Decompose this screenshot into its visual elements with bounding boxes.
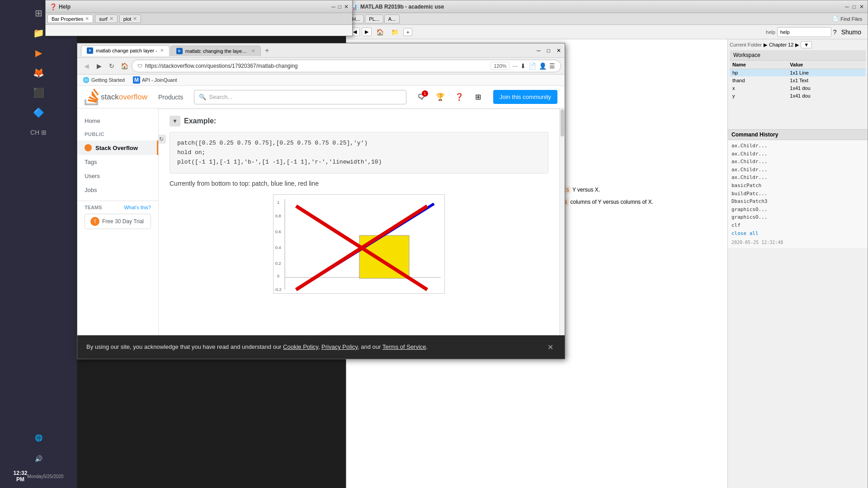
matlab-add-btn[interactable]: + [403,28,412,36]
ws-row-hp[interactable]: hp 1x1 Line [730,69,866,77]
so-nav-icon [85,144,92,151]
browser-tab-1[interactable]: b matlab change patch layer - ✕ [81,45,170,56]
help-tab-bar-props[interactable]: Bar Properties ✕ [47,14,93,23]
ws-row-x[interactable]: x 1x41 dou [730,84,866,92]
inbox-btn[interactable]: 🗨 1 [414,89,429,105]
scrollbar-thumb[interactable] [561,109,564,136]
help-tab-surf[interactable]: surf ✕ [95,14,117,23]
cmd-hist-close: close all [731,230,864,238]
matlab-taskbar-icon[interactable]: ▶ [27,43,50,62]
matlab-tab-a[interactable]: A... [384,14,400,23]
whats-this-link[interactable]: What's this? [124,205,151,210]
matlab-minimize[interactable]: ─ [845,4,849,10]
code-block: patch([0.25 0.25 0.75 0.75],[0.25 0.75 0… [170,132,548,174]
search-icon: 🔍 [199,94,206,100]
help-maximize[interactable]: □ [338,4,341,10]
terms-link[interactable]: Terms of Service [382,343,426,350]
example-header: ▼ Example: [170,116,548,127]
browser-window: b matlab change patch layer - ✕ b matlab… [77,43,565,359]
sidebar-jobs[interactable]: Jobs [77,183,158,197]
matlab-folder-btn[interactable]: 📁 [388,28,401,37]
matlab-titlebar: 📊 MATLAB R2019b - academic use ─ □ ✕ [346,0,868,13]
matlab-help-icon[interactable]: ? [833,28,837,36]
help-tab-plot[interactable]: plot ✕ [119,14,142,23]
sidebar-stack-overflow[interactable]: Stack Overflow [77,141,158,155]
help-tab-plot-close[interactable]: ✕ [133,16,137,22]
forward-btn[interactable]: ▶ [94,61,104,71]
achievements-btn[interactable]: 🏆 [433,89,448,105]
chart-container: 1 0.8 0.6 0.4 0.2 0 -0.2 [273,194,445,294]
left-taskbar-panel: ⊞ 📁 ▶ 🦊 ⬛ 🔷 CH ⊞ 🌐 🔊 12:32 PM Monday 5/2… [0,0,77,488]
back-btn[interactable]: ◀ [81,61,92,71]
cookie-close-btn[interactable]: ✕ [545,342,556,352]
volume-icon[interactable]: 🔊 [27,449,50,468]
time-display: 12:32 PM [14,470,28,483]
free-trial-btn[interactable]: T Free 30 Day Trial [85,214,151,229]
browser-close[interactable]: ✕ [557,47,561,54]
svg-text:0.2: 0.2 [275,261,281,266]
icon5[interactable]: CH ⊞ [27,123,50,142]
breadcrumb-arrow2: ▶ [795,42,799,48]
folder-select[interactable]: ▼ [801,41,812,48]
download-icon[interactable]: ⬇ [520,62,526,70]
account-icon[interactable]: 👤 [539,62,547,70]
help-close[interactable]: ✕ [344,4,349,10]
browser-controls: ◀ ▶ ↻ 🏠 🛡 https://stackoverflow.com/ques… [77,58,565,75]
so-logo-text: stackoverflow [101,93,147,102]
matlab-maximize[interactable]: □ [853,4,856,10]
matlab-find-files[interactable]: 📄Find Files [829,16,866,22]
more-icon[interactable]: ··· [512,62,518,70]
sidebar-home[interactable]: Home [77,114,158,128]
so-logo[interactable]: stackoverflow [85,89,147,105]
join-community-btn[interactable]: Join this community [493,90,557,104]
inbox-badge: 1 [422,90,428,97]
reader-icon[interactable]: 📄 [528,62,536,70]
browser-tab-2[interactable]: b matlab: changing the layer of p ✕ [170,46,261,56]
browser-taskbar-icon[interactable]: 🦊 [27,63,50,82]
url-bar[interactable]: 🛡 https://stackoverflow.com/questions/17… [132,60,561,72]
browser-max[interactable]: □ [547,47,550,54]
help-tab-surf-close[interactable]: ✕ [109,16,113,22]
icon4[interactable]: 🔷 [27,103,50,122]
review-btn[interactable]: ⊞ [471,89,486,105]
so-search-box[interactable]: 🔍 Search... [194,90,406,104]
ws-row-y[interactable]: y 1x41 dou [730,92,866,100]
nav-products[interactable]: Products [155,92,187,103]
new-tab-btn[interactable]: + [262,45,273,56]
help-tab-bar-props-close[interactable]: ✕ [85,16,89,22]
sidebar-users[interactable]: Users [77,169,158,183]
sidebar-tags[interactable]: Tags [77,155,158,169]
icon3[interactable]: ⬛ [27,83,50,102]
stackoverflow-page: stackoverflow Products 🔍 Search... 🗨 1 🏆 [77,86,565,359]
ws-col-value: Value [787,61,866,69]
menu-icon[interactable]: ☰ [549,62,555,70]
cmd-hist-ax1: ax.Childr... [731,142,864,150]
so-scrollbar[interactable] [559,108,565,359]
help-minimize[interactable]: ─ [331,4,335,10]
matlab-forward-btn[interactable]: ▶ [362,28,372,36]
matlab-close[interactable]: ✕ [859,4,864,10]
matlab-search-input[interactable] [777,27,831,37]
bookmark-api-joinquant[interactable]: M API - JoinQuant [131,75,179,84]
example-label: Example: [184,117,216,125]
workspace-header: Workspace [730,50,866,61]
cookie-policy-link[interactable]: Cookie Policy [283,343,318,350]
matlab-home-btn[interactable]: 🏠 [373,28,387,37]
home-btn[interactable]: 🏠 [119,61,130,71]
ws-hp-value: 1x1 Line [787,69,866,77]
bookmark-getting-started[interactable]: 🌐 Getting Started [81,76,127,84]
matlab-tab-pl[interactable]: PL... [365,14,383,23]
collapse-btn[interactable]: ▼ [170,116,180,127]
privacy-policy-link[interactable]: Privacy Policy [321,343,358,350]
matlab-user-icon[interactable]: Shumo [839,28,864,37]
url-text: https://stackoverflow.com/questions/1792… [145,63,488,69]
browser-min[interactable]: ─ [537,47,541,54]
refresh-btn[interactable]: ↻ [106,61,117,71]
tab2-close[interactable]: ✕ [251,48,255,53]
help-btn[interactable]: ❓ [452,89,467,105]
tab1-close[interactable]: ✕ [160,48,164,53]
bookmark-gs-icon: 🌐 [83,77,90,83]
ws-row-thand[interactable]: thand 1x1 Text [730,77,866,84]
code-refresh-icon[interactable]: ↻ [159,135,166,144]
network-icon[interactable]: 🌐 [27,428,50,447]
